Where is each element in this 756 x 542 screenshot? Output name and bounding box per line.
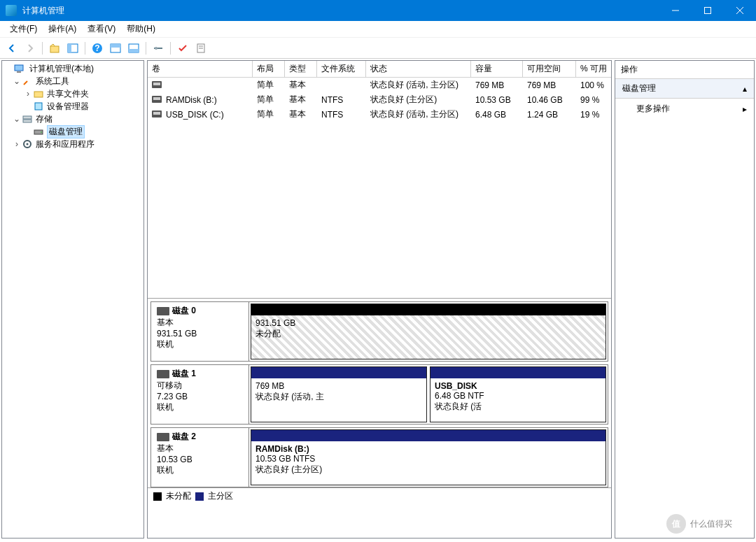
disk-icon (152, 81, 162, 88)
app-icon (6, 5, 17, 16)
window-title: 计算机管理 (22, 5, 659, 17)
partition-primary[interactable]: 769 MB状态良好 (活动, 主 (251, 366, 427, 422)
svg-rect-19 (17, 71, 21, 73)
legend-unallocated-swatch (153, 492, 162, 501)
services-icon (22, 138, 33, 150)
legend-unallocated-label: 未分配 (166, 490, 191, 502)
partition-unallocated[interactable]: 931.51 GB未分配 (251, 304, 606, 359)
tree-system-tools[interactable]: ⌄ 系统工具 (2, 75, 144, 87)
disk-card[interactable]: 磁盘 1可移动7.23 GB联机769 MB状态良好 (活动, 主USB_DIS… (150, 364, 608, 425)
device-icon (33, 101, 44, 112)
menu-action[interactable]: 操作(A) (43, 21, 82, 37)
col-type[interactable]: 类型 (285, 61, 317, 77)
tree-shared-folders[interactable]: › 共享文件夹 (2, 87, 144, 100)
col-free[interactable]: 可用空间 (523, 61, 576, 77)
svg-point-27 (27, 143, 29, 145)
disk-card[interactable]: 磁盘 0基本931.51 GB联机931.51 GB未分配 (150, 301, 608, 362)
table-row[interactable]: RAMDisk (B:)简单基本NTFS状态良好 (主分区)10.53 GB10… (148, 92, 611, 107)
svg-rect-1 (705, 8, 711, 14)
menubar: 文件(F) 操作(A) 查看(V) 帮助(H) (0, 21, 756, 38)
close-button[interactable] (724, 0, 756, 21)
tools-icon (22, 76, 33, 87)
svg-point-25 (41, 131, 42, 133)
svg-rect-6 (68, 44, 71, 52)
action-more[interactable]: 更多操作 ▸ (615, 99, 754, 119)
help-button[interactable]: ? (90, 41, 105, 56)
tree-services-apps[interactable]: › 服务和应用程序 (2, 138, 144, 150)
collapse-icon: ▴ (743, 84, 747, 94)
svg-rect-12 (129, 49, 139, 52)
col-capacity[interactable]: 容量 (471, 61, 523, 77)
view-top-button[interactable] (108, 41, 123, 56)
view-bottom-button[interactable] (126, 41, 141, 56)
expand-icon[interactable]: › (23, 89, 33, 99)
menu-file[interactable]: 文件(F) (4, 21, 43, 37)
chevron-right-icon: ▸ (743, 104, 747, 114)
minimize-button[interactable] (659, 0, 692, 21)
table-row[interactable]: USB_DISK (C:)简单基本NTFS状态良好 (活动, 主分区)6.48 … (148, 107, 611, 122)
volume-list[interactable]: 卷 布局 类型 文件系统 状态 容量 可用空间 % 可用 简单基本状态良好 (活… (148, 61, 611, 299)
tree-device-manager[interactable]: 设备管理器 (2, 100, 144, 113)
svg-rect-20 (34, 92, 43, 97)
svg-rect-21 (35, 103, 42, 110)
disk-card[interactable]: 磁盘 2基本10.53 GB联机RAMDisk (B:)10.53 GB NTF… (150, 427, 608, 487)
settings-button[interactable] (150, 41, 166, 56)
tree-storage[interactable]: ⌄ 存储 (2, 113, 144, 125)
col-filesystem[interactable]: 文件系统 (317, 61, 366, 77)
checklist-button[interactable] (175, 41, 190, 56)
back-button[interactable] (4, 41, 20, 56)
nav-tree[interactable]: 计算机管理(本地) ⌄ 系统工具 › 共享文件夹 设备管理器 ⌄ 存储 (1, 60, 144, 539)
action-section-disk-management[interactable]: 磁盘管理 ▴ (615, 79, 754, 99)
show-hide-tree-button[interactable] (65, 41, 80, 56)
table-row[interactable]: 简单基本状态良好 (活动, 主分区)769 MB769 MB100 % (148, 78, 611, 92)
legend-primary-swatch (195, 492, 204, 501)
svg-rect-18 (15, 65, 23, 71)
up-button[interactable] (47, 41, 62, 56)
expand-icon[interactable]: › (12, 139, 22, 149)
expand-icon[interactable]: ⌄ (12, 76, 22, 86)
col-volume[interactable]: 卷 (148, 61, 253, 77)
storage-icon (22, 113, 33, 124)
svg-rect-10 (111, 44, 120, 48)
watermark-text: 什么值得买 (690, 518, 732, 530)
titlebar: 计算机管理 (0, 0, 756, 21)
expand-icon[interactable]: ⌄ (12, 114, 22, 124)
svg-rect-23 (23, 120, 31, 122)
svg-rect-22 (23, 116, 31, 119)
content-pane: 卷 布局 类型 文件系统 状态 容量 可用空间 % 可用 简单基本状态良好 (活… (147, 60, 612, 539)
toolbar: ? (0, 38, 756, 59)
svg-text:?: ? (94, 43, 99, 53)
forward-button[interactable] (22, 41, 38, 56)
col-status[interactable]: 状态 (366, 61, 471, 77)
action-pane-header: 操作 (615, 61, 754, 79)
disk-map[interactable]: 磁盘 0基本931.51 GB联机931.51 GB未分配磁盘 1可移动7.23… (148, 299, 611, 538)
menu-help[interactable]: 帮助(H) (121, 21, 161, 37)
menu-view[interactable]: 查看(V) (82, 21, 121, 37)
svg-point-14 (155, 47, 158, 50)
legend: 未分配 主分区 (148, 487, 611, 504)
tree-root[interactable]: 计算机管理(本地) (2, 62, 144, 75)
maximize-button[interactable] (692, 0, 724, 21)
legend-primary-label: 主分区 (208, 490, 233, 502)
computer-icon (13, 63, 24, 74)
watermark-icon: 值 (666, 514, 686, 534)
action-pane: 操作 磁盘管理 ▴ 更多操作 ▸ (615, 60, 755, 539)
disk-icon (33, 126, 44, 137)
volume-list-header[interactable]: 卷 布局 类型 文件系统 状态 容量 可用空间 % 可用 (148, 61, 611, 78)
window-controls (659, 0, 756, 21)
watermark: 值 什么值得买 (647, 510, 752, 538)
col-layout[interactable]: 布局 (253, 61, 285, 77)
disk-icon (152, 96, 162, 103)
properties-button[interactable] (193, 41, 209, 56)
partition-primary[interactable]: RAMDisk (B:)10.53 GB NTFS状态良好 (主分区) (251, 429, 606, 485)
svg-rect-4 (50, 46, 59, 52)
col-pct-free[interactable]: % 可用 (576, 61, 612, 77)
shared-folder-icon (33, 88, 44, 99)
partition-primary[interactable]: USB_DISK6.48 GB NTF状态良好 (活 (430, 366, 606, 422)
disk-icon (152, 110, 162, 117)
tree-disk-management[interactable]: 磁盘管理 (2, 125, 144, 138)
